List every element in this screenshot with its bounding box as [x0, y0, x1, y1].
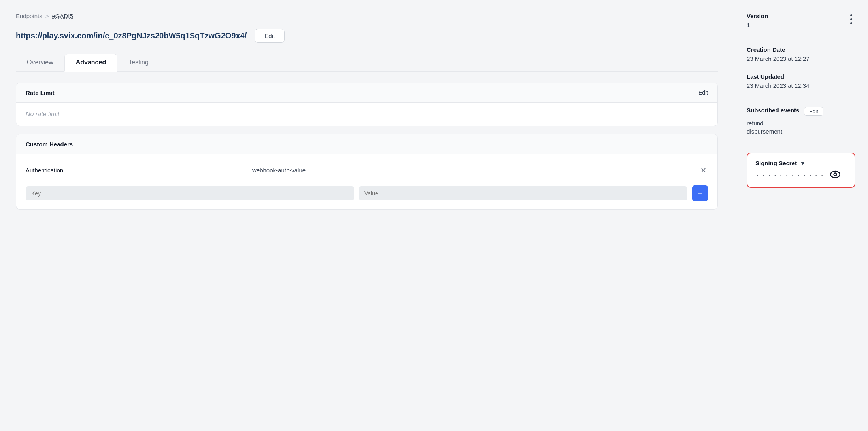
sidebar-creation-date-section: Creation Date 23 March 2023 at 12:27 [747, 46, 855, 62]
signing-secret-value-row: ············ [755, 170, 847, 181]
signing-secret-label: Signing Secret [755, 160, 797, 166]
add-header-button[interactable]: + [692, 185, 708, 201]
dot-2 [850, 18, 852, 20]
rate-limit-placeholder: No rate limit [26, 111, 59, 117]
subscribed-event-refund: refund [747, 120, 855, 127]
breadcrumb-separator: > [45, 13, 49, 19]
custom-headers-header: Custom Headers [16, 134, 717, 154]
subscribed-events-header-row: Subscribed events Edit [747, 107, 855, 116]
subscribed-events-list: refund disbursement [747, 120, 855, 135]
last-updated-value: 23 March 2023 at 12:34 [747, 82, 855, 89]
chevron-down-icon[interactable]: ▼ [800, 160, 806, 166]
breadcrumb-current: eGADI5 [52, 13, 73, 19]
divider-2 [747, 100, 855, 100]
creation-date-value: 23 March 2023 at 12:27 [747, 55, 855, 62]
last-updated-label: Last Updated [747, 73, 855, 80]
endpoint-url: https://play.svix.com/in/e_0z8PgNJzs20bW… [16, 31, 247, 40]
custom-headers-body: Authentication webhook-auth-value ✕ + [16, 154, 717, 209]
breadcrumb: Endpoints > eGADI5 [16, 13, 718, 19]
sidebar-version-section: Version 1 [747, 13, 855, 28]
signing-secret-dots: ············ [755, 172, 826, 180]
divider-3 [747, 146, 855, 146]
dot-1 [850, 14, 852, 16]
subscribed-events-label: Subscribed events [747, 107, 799, 113]
custom-headers-title: Custom Headers [26, 141, 73, 147]
svg-point-0 [830, 171, 840, 178]
header-value: webhook-auth-value [252, 167, 693, 174]
signing-secret-box: Signing Secret ▼ ············ [747, 153, 855, 188]
sidebar-last-updated-section: Last Updated 23 March 2023 at 12:34 [747, 73, 855, 89]
breadcrumb-parent[interactable]: Endpoints [16, 13, 42, 19]
version-value: 1 [747, 22, 855, 28]
tab-testing[interactable]: Testing [117, 54, 160, 72]
subscribed-event-disbursement: disbursement [747, 128, 855, 135]
tab-overview[interactable]: Overview [16, 54, 64, 72]
tab-advanced[interactable]: Advanced [64, 54, 117, 72]
more-options-button[interactable] [847, 11, 855, 27]
sidebar-subscribed-events-section: Subscribed events Edit refund disburseme… [747, 107, 855, 135]
rate-limit-body: No rate limit [16, 103, 717, 126]
rate-limit-edit-button[interactable]: Edit [698, 89, 708, 96]
eye-icon [830, 170, 841, 178]
subscribed-events-edit-button[interactable]: Edit [804, 107, 823, 116]
endpoint-edit-button[interactable]: Edit [255, 29, 285, 43]
divider-1 [747, 40, 855, 40]
svg-point-1 [834, 173, 837, 176]
toggle-secret-visibility-button[interactable] [830, 170, 841, 181]
endpoint-url-row: https://play.svix.com/in/e_0z8PgNJzs20bW… [16, 29, 718, 43]
sidebar: Version 1 Creation Date 23 March 2023 at… [734, 0, 868, 431]
new-key-input[interactable] [26, 186, 354, 200]
signing-secret-header: Signing Secret ▼ [755, 160, 847, 166]
new-value-input[interactable] [359, 186, 687, 200]
dot-3 [850, 22, 852, 24]
tabs: Overview Advanced Testing [16, 54, 718, 72]
rate-limit-card: Rate Limit Edit No rate limit [16, 83, 718, 126]
creation-date-label: Creation Date [747, 46, 855, 53]
rate-limit-title: Rate Limit [26, 89, 55, 96]
header-remove-button[interactable]: ✕ [699, 167, 708, 174]
version-label: Version [747, 13, 855, 19]
custom-headers-card: Custom Headers Authentication webhook-au… [16, 134, 718, 210]
rate-limit-header: Rate Limit Edit [16, 83, 717, 103]
header-key: Authentication [26, 167, 246, 174]
new-header-row: + [26, 185, 708, 201]
header-row: Authentication webhook-auth-value ✕ [26, 162, 708, 179]
